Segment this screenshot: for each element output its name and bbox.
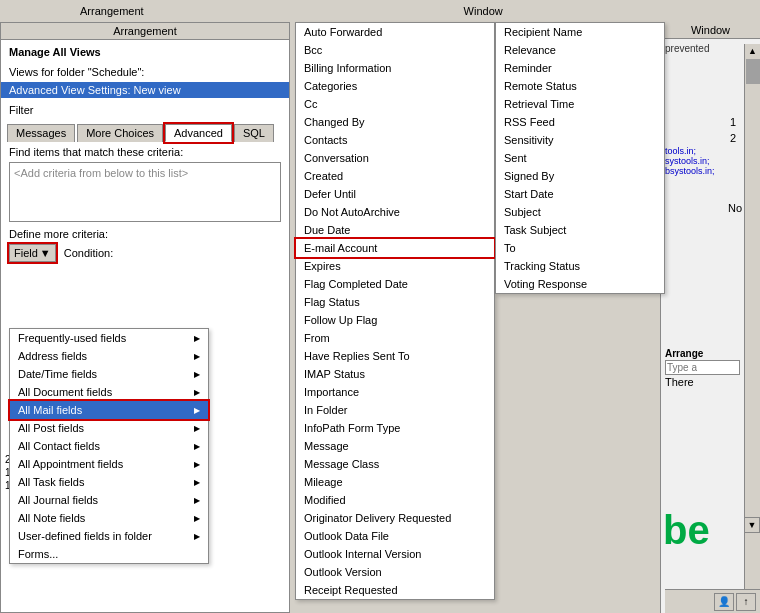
menu-item-forms[interactable]: Forms...	[10, 545, 208, 563]
views-folder-label: Views for folder "Schedule":	[1, 64, 289, 80]
tab-sql[interactable]: SQL	[234, 124, 274, 142]
field-expires[interactable]: Expires	[296, 257, 494, 275]
field-dropdown-arrow[interactable]: ▼	[40, 247, 51, 259]
field-email-account[interactable]: E-mail Account	[296, 239, 494, 257]
menu-item-address[interactable]: Address fields▶	[10, 347, 208, 365]
field-message[interactable]: Message	[296, 437, 494, 455]
mail-fields-menu: Auto Forwarded Bcc Billing Information C…	[295, 22, 495, 600]
field-mileage[interactable]: Mileage	[296, 473, 494, 491]
no-label: No	[728, 202, 742, 214]
there-label: There	[665, 375, 740, 389]
scroll-arrow-down[interactable]: ▼	[744, 517, 760, 533]
field-label: Field	[14, 247, 38, 259]
field-receipt-requested[interactable]: Receipt Requested	[296, 581, 494, 599]
tab-advanced[interactable]: Advanced	[165, 124, 232, 142]
field-recipient-name[interactable]: Recipient Name	[496, 23, 664, 41]
field-due-date[interactable]: Due Date	[296, 221, 494, 239]
field-modified[interactable]: Modified	[296, 491, 494, 509]
field-have-replies-sent-to[interactable]: Have Replies Sent To	[296, 347, 494, 365]
field-importance[interactable]: Importance	[296, 383, 494, 401]
menu-item-all-post[interactable]: All Post fields▶	[10, 419, 208, 437]
field-outlook-internal-version[interactable]: Outlook Internal Version	[296, 545, 494, 563]
field-tracking-status[interactable]: Tracking Status	[496, 257, 664, 275]
field-to[interactable]: To	[496, 239, 664, 257]
field-message-class[interactable]: Message Class	[296, 455, 494, 473]
toolbar-icon-2[interactable]: ↑	[736, 593, 756, 611]
menu-item-user-defined[interactable]: User-defined fields in folder▶	[10, 527, 208, 545]
field-retrieval-time[interactable]: Retrieval Time	[496, 95, 664, 113]
bottom-toolbar: 👤 ↑	[665, 589, 760, 613]
number-2: 2	[665, 130, 740, 146]
scrollbar-thumb[interactable]	[746, 59, 760, 84]
logo-be: be	[663, 508, 710, 553]
menu-item-all-appointment[interactable]: All Appointment fields▶	[10, 455, 208, 473]
more-mail-fields-menu: Recipient Name Relevance Reminder Remote…	[495, 22, 665, 294]
scroll-arrow-section: ▼	[744, 517, 760, 533]
manage-all-views-title: Manage All Views	[1, 40, 289, 64]
number-1: 1	[665, 114, 740, 130]
advanced-view-settings: Advanced View Settings: New view	[1, 82, 289, 98]
field-defer-until[interactable]: Defer Until	[296, 185, 494, 203]
criteria-box: <Add criteria from below to this list>	[9, 162, 281, 222]
field-in-folder[interactable]: In Folder	[296, 401, 494, 419]
field-reminder[interactable]: Reminder	[496, 59, 664, 77]
arrange-section: Arrange There	[661, 343, 744, 393]
field-remote-status[interactable]: Remote Status	[496, 77, 664, 95]
field-bcc[interactable]: Bcc	[296, 41, 494, 59]
field-sent[interactable]: Sent	[496, 149, 664, 167]
field-flag-completed-date[interactable]: Flag Completed Date	[296, 275, 494, 293]
menu-item-all-journal[interactable]: All Journal fields▶	[10, 491, 208, 509]
field-relevance[interactable]: Relevance	[496, 41, 664, 59]
scroll-arrow-up[interactable]: ▲	[745, 44, 760, 58]
menu-item-all-task[interactable]: All Task fields▶	[10, 473, 208, 491]
field-flag-status[interactable]: Flag Status	[296, 293, 494, 311]
field-do-not-autoarchive[interactable]: Do Not AutoArchive	[296, 203, 494, 221]
field-task-subject[interactable]: Task Subject	[496, 221, 664, 239]
field-voting-response[interactable]: Voting Response	[496, 275, 664, 293]
field-follow-up-flag[interactable]: Follow Up Flag	[296, 311, 494, 329]
field-subject[interactable]: Subject	[496, 203, 664, 221]
field-outlook-data-file[interactable]: Outlook Data File	[296, 527, 494, 545]
menu-item-frequently-used[interactable]: Frequently-used fields▶	[10, 329, 208, 347]
field-from[interactable]: From	[296, 329, 494, 347]
menu-item-datetime[interactable]: Date/Time fields▶	[10, 365, 208, 383]
menu-item-all-document[interactable]: All Document fields▶	[10, 383, 208, 401]
prevented-text: prevented	[665, 43, 740, 54]
toolbar-icon-1[interactable]: 👤	[714, 593, 734, 611]
define-more-label: Define more criteria:	[1, 224, 289, 242]
menu-item-all-contact[interactable]: All Contact fields▶	[10, 437, 208, 455]
menu-item-all-mail[interactable]: All Mail fields▶	[10, 401, 208, 419]
condition-label: Condition:	[64, 247, 114, 259]
field-created[interactable]: Created	[296, 167, 494, 185]
menu-window[interactable]: Window	[464, 5, 503, 17]
field-sensitivity[interactable]: Sensitivity	[496, 131, 664, 149]
email-line-2: systools.in;	[665, 156, 740, 166]
field-outlook-version[interactable]: Outlook Version	[296, 563, 494, 581]
field-conversation[interactable]: Conversation	[296, 149, 494, 167]
field-billing-info[interactable]: Billing Information	[296, 59, 494, 77]
window-header: Window	[661, 22, 760, 39]
arrange-label: Arrange	[665, 347, 740, 360]
field-infopath-form-type[interactable]: InfoPath Form Type	[296, 419, 494, 437]
arrange-input[interactable]	[665, 360, 740, 375]
field-contacts[interactable]: Contacts	[296, 131, 494, 149]
field-categories-menu: Frequently-used fields▶ Address fields▶ …	[9, 328, 209, 564]
field-button[interactable]: Field ▼	[9, 244, 56, 262]
field-start-date[interactable]: Start Date	[496, 185, 664, 203]
field-originator-delivery[interactable]: Originator Delivery Requested	[296, 509, 494, 527]
panel-header: Arrangement	[1, 23, 289, 40]
field-auto-forwarded[interactable]: Auto Forwarded	[296, 23, 494, 41]
tab-more-choices[interactable]: More Choices	[77, 124, 163, 142]
menu-item-all-note[interactable]: All Note fields▶	[10, 509, 208, 527]
arrangement-panel: Arrangement Manage All Views Views for f…	[0, 22, 290, 613]
find-items-label: Find items that match these criteria:	[1, 142, 289, 160]
menu-arrangement[interactable]: Arrangement	[80, 5, 144, 17]
tab-messages[interactable]: Messages	[7, 124, 75, 142]
field-rss-feed[interactable]: RSS Feed	[496, 113, 664, 131]
field-imap-status[interactable]: IMAP Status	[296, 365, 494, 383]
field-cc[interactable]: Cc	[296, 95, 494, 113]
field-signed-by[interactable]: Signed By	[496, 167, 664, 185]
field-categories[interactable]: Categories	[296, 77, 494, 95]
field-changed-by[interactable]: Changed By	[296, 113, 494, 131]
add-criteria-hint: <Add criteria from below to this list>	[12, 165, 278, 181]
